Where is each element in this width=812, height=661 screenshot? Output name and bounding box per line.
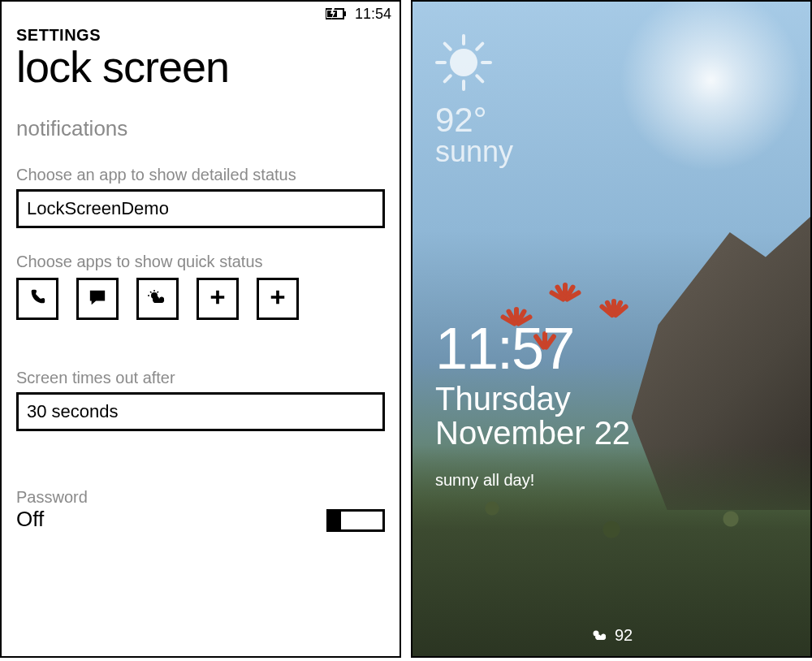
- status-bar: 11:54: [2, 2, 400, 23]
- quick-status-value: 92: [615, 626, 633, 645]
- detailed-status-value: LockScreenDemo: [27, 198, 169, 218]
- detailed-status-label: Choose an app to show detailed status: [16, 166, 385, 184]
- quick-status-label: Choose apps to show quick status: [16, 253, 385, 271]
- quick-status-row: [16, 278, 385, 320]
- settings-lock-screen-phone: 11:54 SETTINGS lock screen notifications…: [0, 0, 401, 658]
- quick-slot-weather[interactable]: [136, 278, 179, 320]
- quick-status-indicator: 92: [412, 626, 810, 645]
- weather-block: 92° sunny: [435, 34, 794, 169]
- toggle-knob: [326, 509, 341, 532]
- svg-rect-1: [343, 11, 346, 16]
- quick-slot-message[interactable]: [76, 278, 119, 320]
- quick-slot-phone[interactable]: [16, 278, 58, 320]
- page-title: lock screen: [16, 41, 385, 92]
- notifications-section-label: notifications: [16, 116, 385, 141]
- lock-time: 11:57: [435, 315, 794, 382]
- password-toggle[interactable]: [326, 509, 385, 532]
- weather-temp: 92°: [435, 101, 794, 140]
- quick-slot-add-1[interactable]: [197, 278, 239, 320]
- timeout-select[interactable]: 30 seconds: [16, 392, 385, 431]
- svg-line-8: [158, 292, 159, 293]
- svg-line-7: [150, 292, 152, 293]
- weather-icon: [148, 286, 167, 312]
- weather-condition: sunny: [435, 135, 794, 169]
- password-label: Password: [16, 488, 88, 507]
- add-icon: [209, 286, 227, 312]
- lock-screen-content: 92° sunny 11:57 Thursday November 22 sun…: [435, 34, 794, 656]
- detailed-status-select[interactable]: LockScreenDemo: [16, 189, 385, 228]
- lock-date: November 22: [435, 416, 794, 450]
- quick-slot-add-2[interactable]: [257, 278, 299, 320]
- weather-icon: [590, 629, 610, 643]
- timeout-value: 30 seconds: [27, 401, 119, 421]
- password-value: Off: [16, 507, 88, 532]
- message-icon: [89, 286, 106, 312]
- status-time: 11:54: [355, 6, 391, 23]
- lock-screen-phone: 92° sunny 11:57 Thursday November 22 sun…: [411, 0, 812, 658]
- detailed-status-text: sunny all day!: [435, 471, 794, 490]
- sun-icon: [435, 34, 492, 91]
- battery-charging-icon: [326, 7, 348, 20]
- lock-day: Thursday: [435, 382, 794, 416]
- phone-icon: [28, 286, 46, 312]
- add-icon: [269, 286, 287, 312]
- timeout-label: Screen times out after: [16, 369, 385, 387]
